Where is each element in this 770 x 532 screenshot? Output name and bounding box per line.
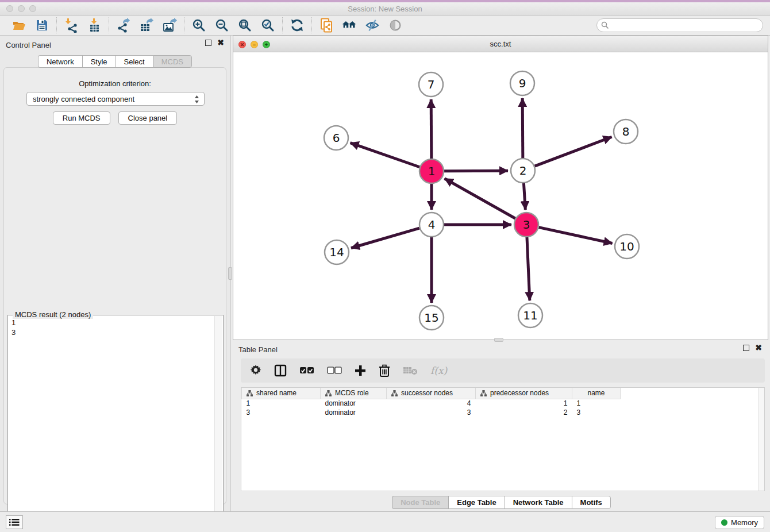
table-toolbar: f(x): [241, 358, 765, 383]
graph-edge-2-9[interactable]: [522, 98, 523, 158]
clear-checkboxes-icon[interactable]: [327, 363, 342, 378]
graph-node-label-15: 15: [424, 311, 438, 325]
memory-button[interactable]: Memory: [715, 516, 764, 529]
list-icon: [9, 518, 20, 526]
close-panel-icon[interactable]: ✖: [217, 40, 224, 46]
cell-name[interactable]: 3: [572, 408, 621, 417]
tab-network-table[interactable]: Network Table: [505, 496, 572, 509]
column-header-mcds-role[interactable]: MCDS role: [321, 388, 387, 399]
export-image-icon[interactable]: [162, 18, 177, 33]
table-scrollbar[interactable]: [758, 388, 764, 491]
network-graph: 7968124314101511: [233, 52, 768, 340]
network-window-title: scc.txt: [233, 40, 768, 48]
gear-icon[interactable]: [250, 363, 261, 378]
column-header-name[interactable]: name: [572, 388, 621, 399]
graph-edge-4-14[interactable]: [351, 228, 419, 248]
network-window-titlebar[interactable]: ✕ − + scc.txt: [233, 36, 768, 52]
graph-node-label-10: 10: [619, 240, 634, 253]
delete-column-icon[interactable]: [379, 363, 390, 378]
graph-node-label-11: 11: [523, 309, 537, 322]
search-field-wrap: [596, 18, 763, 32]
table-row[interactable]: 3 dominator 3 2 3: [242, 408, 621, 417]
first-neighbors-icon[interactable]: [342, 18, 357, 33]
memory-status-icon: [721, 519, 727, 526]
chevron-up-down-icon: [194, 95, 199, 106]
close-table-panel-icon[interactable]: ✖: [755, 345, 762, 351]
tab-edge-table[interactable]: Edge Table: [448, 496, 504, 509]
export-table-icon[interactable]: [139, 18, 154, 33]
tab-network[interactable]: Network: [38, 55, 82, 68]
graph-edge-3-1[interactable]: [445, 179, 515, 218]
column-header-predecessor-nodes[interactable]: predecessor nodes: [476, 388, 572, 399]
control-panel-tabs: Network Style Select MCDS: [0, 55, 230, 68]
control-panel: Control Panel ✖ Network Style Select MCD…: [0, 36, 230, 511]
cell-predecessor-nodes[interactable]: 1: [476, 399, 572, 408]
graph-node-label-4: 4: [428, 218, 436, 232]
mcds-result-values[interactable]: 1 3: [11, 318, 16, 337]
cell-name[interactable]: 1: [572, 399, 621, 408]
tab-select[interactable]: Select: [116, 55, 153, 68]
save-session-icon[interactable]: [34, 18, 49, 33]
task-history-button[interactable]: [6, 515, 23, 529]
tab-mcds[interactable]: MCDS: [153, 55, 192, 68]
cell-shared-name[interactable]: 3: [242, 408, 321, 417]
graph-edge-2-8[interactable]: [535, 137, 612, 166]
optimization-criterion-value: strongly connected component: [33, 95, 134, 103]
table-row[interactable]: 1 dominator 4 1 1: [242, 399, 621, 408]
zoom-out-icon[interactable]: [214, 18, 229, 33]
network-canvas[interactable]: 7968124314101511: [233, 52, 768, 340]
graph-edge-3-10[interactable]: [538, 228, 612, 244]
split-columns-icon[interactable]: [274, 363, 287, 378]
import-network-icon[interactable]: [64, 18, 79, 33]
tab-node-table[interactable]: Node Table: [392, 496, 448, 509]
select-all-checkboxes-icon[interactable]: [299, 363, 314, 378]
table-panel-title: Table Panel: [238, 345, 278, 354]
column-type-icon: [480, 390, 487, 396]
application-window: Session: New Session: [0, 0, 770, 532]
graph-edge-2-3[interactable]: [523, 183, 525, 210]
zoom-fit-icon[interactable]: [237, 18, 252, 33]
optimization-criterion-select[interactable]: strongly connected component: [26, 92, 205, 106]
cell-successor-nodes[interactable]: 3: [387, 408, 476, 417]
close-panel-button[interactable]: Close panel: [118, 111, 178, 125]
float-table-panel-icon[interactable]: [743, 345, 749, 351]
graph-edge-1-2[interactable]: [444, 171, 508, 171]
panel-splitter-handle[interactable]: [228, 267, 232, 280]
search-icon: [601, 21, 609, 32]
export-network-icon[interactable]: [116, 18, 131, 33]
add-column-icon[interactable]: [355, 363, 366, 378]
optimization-criterion-label: Optimization criterion:: [4, 79, 226, 88]
network-view-window: ✕ − + scc.txt 7968124314101511: [233, 36, 768, 340]
tab-style[interactable]: Style: [82, 55, 116, 68]
cell-shared-name[interactable]: 1: [242, 399, 321, 408]
import-table-icon[interactable]: [87, 18, 102, 33]
status-bar: Memory: [0, 511, 770, 532]
table-splitter-handle[interactable]: [494, 338, 503, 342]
cell-mcds-role[interactable]: dominator: [321, 399, 387, 408]
result-scrollbar[interactable]: [214, 316, 222, 529]
refresh-icon[interactable]: [290, 18, 305, 33]
cell-successor-nodes[interactable]: 4: [387, 399, 476, 408]
cell-mcds-role[interactable]: dominator: [321, 408, 387, 417]
graph-edge-1-7[interactable]: [431, 99, 432, 159]
open-file-icon[interactable]: [11, 18, 26, 33]
window-top-accent: [0, 0, 770, 2]
control-panel-header: Control Panel ✖: [0, 36, 230, 53]
column-header-successor-nodes[interactable]: successor nodes: [387, 388, 476, 399]
run-mcds-button[interactable]: Run MCDS: [53, 111, 110, 125]
table-panel-header: Table Panel ✖: [233, 341, 770, 356]
tab-motifs[interactable]: Motifs: [572, 496, 611, 509]
float-panel-icon[interactable]: [205, 40, 211, 46]
search-input[interactable]: [596, 18, 763, 32]
new-network-from-selection-icon[interactable]: [319, 18, 334, 33]
zoom-in-icon[interactable]: [191, 18, 206, 33]
cell-predecessor-nodes[interactable]: 2: [476, 408, 572, 417]
hide-selected-icon[interactable]: [365, 18, 380, 33]
node-table: shared name MCDS role successor nodes pr…: [241, 387, 765, 491]
graph-edge-3-11[interactable]: [527, 237, 530, 300]
memory-label: Memory: [731, 518, 758, 527]
show-graphics-details-icon[interactable]: [388, 18, 403, 33]
graph-edge-1-6[interactable]: [351, 143, 420, 167]
column-header-shared-name[interactable]: shared name: [242, 388, 321, 399]
zoom-selected-icon[interactable]: [260, 18, 275, 33]
